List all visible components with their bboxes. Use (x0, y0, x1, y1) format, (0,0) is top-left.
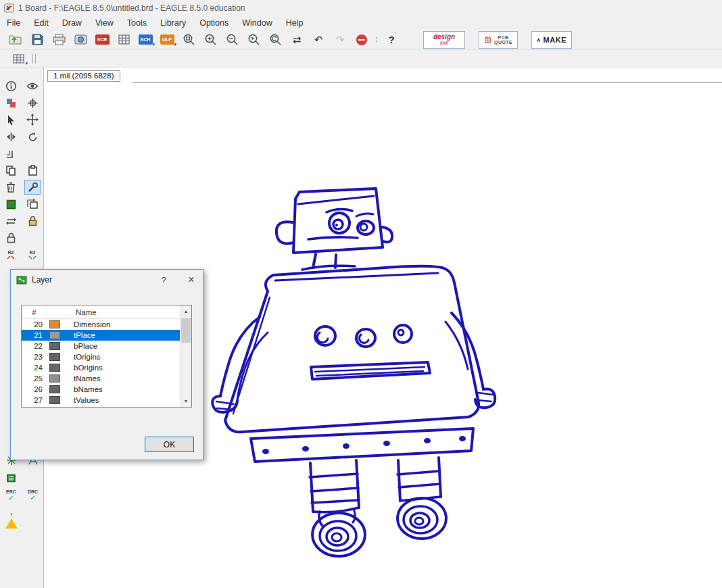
layer-color-swatch[interactable] (49, 374, 60, 383)
miter-tool[interactable] (24, 214, 41, 228)
drc-button[interactable]: DRC ✓ (25, 488, 41, 503)
move-tool[interactable] (24, 112, 41, 127)
delete-tool[interactable] (3, 180, 19, 195)
display-layers-tool[interactable] (3, 95, 19, 110)
layer-color-swatch[interactable] (49, 385, 60, 393)
scroll-up-icon[interactable]: ▲ (180, 305, 191, 317)
layer-row[interactable]: 24 bOrigins (22, 362, 191, 373)
copy-tool[interactable] (3, 163, 19, 178)
stop-icon (356, 34, 367, 45)
footprint-tool[interactable] (3, 470, 20, 485)
schematic-button[interactable]: SCH ▾ (137, 32, 154, 48)
lock-tool[interactable] (3, 230, 19, 245)
toolbar-separator (375, 37, 379, 42)
lock-icon (28, 216, 38, 226)
menu-edit[interactable]: Edit (27, 17, 55, 29)
robot-neck (302, 254, 355, 270)
dialog-help-button[interactable]: ? (152, 270, 175, 290)
erc-icon: ERC ✓ (6, 489, 16, 501)
wire-bend-tool[interactable] (3, 146, 19, 161)
info-tool[interactable] (3, 78, 19, 93)
errors-indicator[interactable]: ! (3, 506, 20, 520)
menu-options[interactable]: Options (193, 17, 235, 29)
rotate-tool[interactable] (24, 129, 41, 144)
layer-row[interactable]: 27 tValues (22, 395, 191, 406)
unsmash-tool[interactable]: R2 (24, 247, 41, 262)
command-input[interactable] (133, 69, 722, 82)
save-button[interactable] (28, 32, 46, 48)
replace-tool[interactable] (24, 197, 41, 212)
zoom-out-button[interactable] (223, 32, 241, 48)
menu-view[interactable]: View (89, 17, 120, 29)
ulp-button[interactable]: ULP ▾ (158, 32, 176, 48)
smash-tool[interactable]: R2 (3, 247, 19, 262)
layer-dialog: Layer ? × # Name 20 Dimension 21 tPlace … (10, 269, 203, 460)
stop-button[interactable] (353, 32, 370, 48)
layer-number: 27 (22, 396, 47, 404)
menu-tools[interactable]: Tools (120, 17, 153, 29)
menu-draw[interactable]: Draw (55, 17, 89, 29)
zoom-fit-button[interactable] (180, 32, 197, 48)
refresh-button[interactable]: ⇄ (288, 32, 306, 48)
layer-color-swatch[interactable] (49, 364, 60, 372)
print-button[interactable] (50, 32, 68, 48)
layer-row[interactable]: 26 bNames (22, 384, 191, 395)
mark-tool[interactable] (24, 95, 41, 110)
layer-color-swatch[interactable] (49, 353, 60, 361)
table-scrollbar[interactable]: ▲ ▼ (180, 305, 191, 407)
ok-button[interactable]: OK (145, 437, 194, 452)
pcb-quote-button[interactable]: PCB QUOTE (479, 31, 518, 49)
scroll-down-icon[interactable]: ▼ (180, 395, 191, 407)
scrollbar-thumb[interactable] (181, 318, 191, 343)
rect-tool[interactable] (3, 197, 19, 212)
help-icon: ? (388, 34, 394, 45)
layer-dialog-titlebar[interactable]: Layer ? × (11, 270, 203, 290)
show-tool[interactable] (24, 78, 41, 93)
column-name: Name (47, 305, 97, 318)
design-link-button[interactable]: design link (423, 31, 465, 49)
main-toolbar: SCR SCH ▾ ULP ▾ (0, 30, 722, 50)
redo-button[interactable]: ↷ (331, 32, 349, 48)
zoom-in-button[interactable] (201, 32, 219, 48)
layer-row[interactable]: 22 bPlace (22, 341, 191, 351)
layer-name: bOrigins (60, 364, 103, 372)
menu-window[interactable]: Window (235, 17, 279, 29)
menu-library[interactable]: Library (153, 17, 193, 29)
chevron-down-icon: ▾ (152, 42, 155, 47)
layer-row[interactable]: 23 tOrigins (22, 351, 191, 362)
make-button[interactable]: MAKE (531, 31, 572, 49)
split-tool[interactable] (3, 214, 19, 228)
open-button[interactable] (7, 32, 24, 48)
menu-help[interactable]: Help (279, 17, 310, 29)
zoom-select-button[interactable] (245, 32, 262, 48)
dialog-close-button[interactable]: × (180, 270, 203, 290)
layer-name: Dimension (60, 320, 110, 328)
menu-file[interactable]: File (0, 17, 27, 29)
layer-row[interactable]: 20 Dimension (22, 319, 191, 330)
layer-color-swatch[interactable] (49, 331, 60, 339)
layer-row-selected[interactable]: 21 tPlace (22, 330, 191, 341)
undo-button[interactable]: ↶ (310, 32, 327, 48)
grid-table-icon (13, 54, 24, 64)
spacer (25, 470, 41, 485)
sidebar-bottom-group: ERC ✓ DRC ✓ ! (0, 453, 44, 520)
image-export-button[interactable] (72, 32, 89, 48)
mirror-tool[interactable] (3, 129, 19, 144)
wrench-tool[interactable] (24, 180, 41, 195)
layer-color-swatch[interactable] (49, 396, 60, 404)
layer-color-swatch[interactable] (49, 320, 60, 328)
layer-row[interactable]: 25 tNames (22, 373, 191, 384)
grid-button[interactable] (115, 32, 133, 48)
layer-table: # Name 20 Dimension 21 tPlace 22 bPlace … (21, 305, 192, 408)
layer-name: tOrigins (60, 353, 101, 361)
help-button[interactable]: ? (383, 32, 400, 48)
ic-chip-icon (6, 474, 16, 483)
grid-settings-button[interactable]: ▾ (9, 51, 27, 67)
layer-number: 24 (22, 364, 47, 372)
paste-tool[interactable] (24, 163, 41, 178)
zoom-redraw-button[interactable] (266, 32, 284, 48)
select-tool[interactable] (3, 112, 19, 127)
layer-color-swatch[interactable] (49, 342, 60, 350)
script-button[interactable]: SCR (93, 32, 111, 48)
erc-button[interactable]: ERC ✓ (3, 488, 20, 503)
